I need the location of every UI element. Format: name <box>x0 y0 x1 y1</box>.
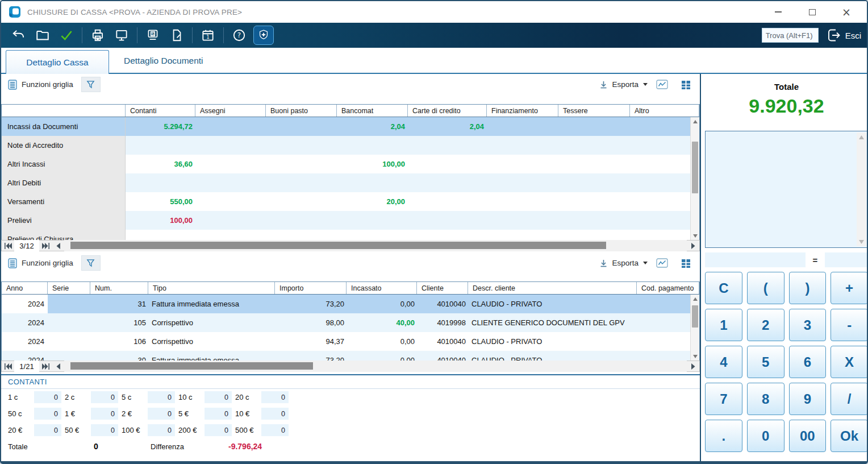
print-button[interactable] <box>86 25 110 45</box>
column-header-cliente[interactable]: Cliente <box>417 282 468 294</box>
scrollbar-thumb[interactable] <box>70 242 606 249</box>
key-close-paren[interactable]: ) <box>789 272 827 304</box>
last-page-button[interactable] <box>39 240 52 251</box>
document-row-selected[interactable]: 2024 31 Fattura immediata emessa 73,20 0… <box>2 295 691 313</box>
cash-register-button[interactable]: $ <box>141 25 165 45</box>
preview-button[interactable] <box>110 25 133 45</box>
horizontal-scrollbar[interactable] <box>64 240 687 251</box>
last-page-button[interactable] <box>39 361 52 372</box>
key-minus[interactable]: - <box>831 309 868 341</box>
key-00[interactable]: 00 <box>789 420 827 452</box>
column-header-descr-cliente[interactable]: Descr. cliente <box>468 282 637 294</box>
key-4[interactable]: 4 <box>705 346 742 378</box>
vertical-scrollbar[interactable] <box>690 117 699 240</box>
document-row[interactable]: 2024 106 Corrispettivo 94,37 0,00 401004… <box>2 332 691 351</box>
key-ok[interactable]: Ok <box>831 420 868 452</box>
expression-input[interactable] <box>705 252 806 267</box>
denomination-input[interactable] <box>261 408 289 420</box>
key-1[interactable]: 1 <box>705 309 742 341</box>
column-header-contanti[interactable]: Contanti <box>126 105 195 117</box>
minimize-button[interactable] <box>761 1 795 23</box>
scroll-up-icon[interactable] <box>691 295 700 303</box>
key-2[interactable]: 2 <box>747 309 784 341</box>
close-button[interactable]: × <box>829 1 863 23</box>
find-input[interactable] <box>762 28 819 43</box>
scroll-right-button[interactable] <box>687 361 699 372</box>
first-page-button[interactable] <box>2 361 14 372</box>
cash-grid-row-selected[interactable]: Incassi da Documenti 5.294,72 2,04 2,04 <box>2 117 691 136</box>
column-header-altro[interactable]: Altro <box>630 105 699 117</box>
export-button[interactable]: Esporta <box>599 259 648 268</box>
scroll-down-icon[interactable] <box>691 231 700 240</box>
column-header-buoni-pasto[interactable]: Buoni pasto <box>266 105 337 117</box>
denomination-input[interactable] <box>205 408 232 420</box>
column-header-cod-pagamento[interactable]: Cod. pagamento <box>637 282 699 294</box>
result-input[interactable] <box>825 252 868 267</box>
document-row[interactable]: 2024 105 Corrispettivo 98,00 40,00 40199… <box>2 313 691 332</box>
cash-grid-row[interactable]: Altri Incassi 36,60 100,00 <box>2 155 691 173</box>
scroll-down-icon[interactable] <box>857 237 866 246</box>
scrollbar-thumb[interactable] <box>70 362 313 370</box>
key-clear[interactable]: C <box>705 272 742 304</box>
undo-button[interactable] <box>7 25 31 45</box>
chart-button[interactable] <box>652 256 671 271</box>
exit-button[interactable]: Esci <box>827 28 861 43</box>
column-header-tipo[interactable]: Tipo <box>148 282 275 294</box>
scroll-right-button[interactable] <box>687 240 699 251</box>
column-header-tessere[interactable]: Tessere <box>558 105 630 117</box>
help-button[interactable]: ? <box>227 25 251 45</box>
column-header[interactable] <box>2 105 126 117</box>
grid-layout-button[interactable] <box>676 256 695 271</box>
filter-button[interactable] <box>81 77 101 92</box>
cash-grid-row[interactable]: Prelievi 100,00 <box>2 211 691 230</box>
column-header-anno[interactable]: Anno <box>2 282 48 294</box>
denomination-input[interactable] <box>34 424 61 436</box>
edit-document-button[interactable] <box>165 25 189 45</box>
denomination-input[interactable] <box>261 391 289 403</box>
column-header-importo[interactable]: Importo <box>275 282 347 294</box>
denomination-input[interactable] <box>91 424 118 436</box>
denomination-input[interactable] <box>261 424 289 436</box>
column-header-serie[interactable]: Serie <box>48 282 90 294</box>
denomination-input[interactable] <box>91 408 118 420</box>
scrollbar-thumb[interactable] <box>692 142 698 193</box>
denomination-input[interactable] <box>34 408 61 420</box>
scroll-up-icon[interactable] <box>691 117 700 126</box>
key-5[interactable]: 5 <box>747 346 784 378</box>
chart-button[interactable] <box>652 77 671 92</box>
tab-dettaglio-cassa[interactable]: Dettaglio Cassa <box>6 50 109 74</box>
column-header-incassato[interactable]: Incassato <box>347 282 417 294</box>
export-button[interactable]: Esporta <box>599 80 648 89</box>
scroll-left-button[interactable] <box>52 361 64 372</box>
assistant-button[interactable] <box>253 26 274 45</box>
key-7[interactable]: 7 <box>705 383 742 415</box>
key-divide[interactable]: / <box>831 383 868 415</box>
key-decimal[interactable]: . <box>705 420 742 452</box>
document-row[interactable]: 2024 30 Fattura immediata emessa 73,20 0… <box>2 351 691 361</box>
column-header-carte-di-credito[interactable]: Carte di credito <box>408 105 487 117</box>
open-button[interactable] <box>31 25 55 45</box>
column-header-bancomat[interactable]: Bancomat <box>337 105 408 117</box>
denomination-input[interactable] <box>205 424 232 436</box>
calendar-button[interactable]: 1 <box>196 25 220 45</box>
horizontal-scrollbar[interactable] <box>64 361 687 372</box>
funzioni-griglia-button[interactable]: Funzioni griglia <box>8 258 73 268</box>
denomination-input[interactable] <box>205 391 232 403</box>
first-page-button[interactable] <box>2 240 14 251</box>
filter-button[interactable] <box>81 255 101 271</box>
funzioni-griglia-button[interactable]: Funzioni griglia <box>8 80 73 90</box>
denomination-input[interactable] <box>148 408 175 420</box>
vertical-scrollbar[interactable] <box>690 295 699 361</box>
key-0[interactable]: 0 <box>747 420 784 452</box>
grid-layout-button[interactable] <box>676 77 695 92</box>
column-header-num[interactable]: Num. <box>90 282 148 294</box>
maximize-button[interactable] <box>795 1 829 23</box>
key-open-paren[interactable]: ( <box>747 272 784 304</box>
scroll-down-icon[interactable] <box>691 352 700 361</box>
column-header-finanziamento[interactable]: Finanziamento <box>487 105 558 117</box>
key-8[interactable]: 8 <box>747 383 784 415</box>
key-6[interactable]: 6 <box>789 346 827 378</box>
denomination-input[interactable] <box>148 391 175 403</box>
cash-grid-row[interactable]: Altri Debiti <box>2 173 691 192</box>
denomination-input[interactable] <box>34 391 61 403</box>
